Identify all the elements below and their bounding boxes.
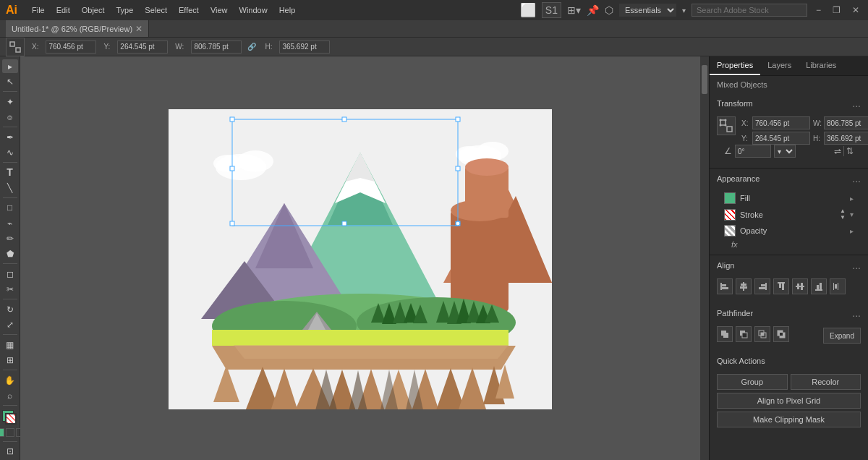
behind-mode[interactable] bbox=[6, 428, 14, 437]
make-clipping-mask-button[interactable]: Make Clipping Mask bbox=[717, 412, 861, 427]
align-top-edge[interactable] bbox=[773, 278, 789, 294]
w-input[interactable] bbox=[191, 41, 242, 54]
hand-tool[interactable]: ✋ bbox=[2, 373, 18, 387]
stroke-dropdown[interactable]: ▾ bbox=[850, 210, 854, 218]
fill-arrow[interactable]: ▸ bbox=[850, 195, 854, 203]
direct-selection-tool[interactable]: ↖ bbox=[2, 74, 18, 88]
menu-view[interactable]: View bbox=[205, 3, 234, 17]
transform-more[interactable]: ··· bbox=[852, 100, 861, 111]
align-left-edge[interactable] bbox=[717, 278, 733, 294]
toolbar-icon-1[interactable]: ⬜ bbox=[520, 2, 536, 18]
svg-rect-71 bbox=[342, 221, 346, 226]
opacity-arrow[interactable]: ▸ bbox=[850, 227, 854, 235]
flip-horizontal-button[interactable]: ⇌ bbox=[834, 146, 841, 156]
artboard-tool[interactable]: ⊞ bbox=[2, 353, 18, 367]
fill-color-swatch[interactable] bbox=[724, 192, 736, 204]
angle-dropdown[interactable]: ▾ bbox=[774, 145, 796, 158]
stroke-stepper[interactable]: ▲ ▼ bbox=[840, 208, 846, 221]
y-transform-input[interactable] bbox=[752, 132, 810, 145]
align-section: Align ··· bbox=[710, 255, 868, 303]
pathfinder-more[interactable]: ··· bbox=[852, 310, 861, 321]
selection-tool[interactable]: ▸ bbox=[2, 59, 18, 73]
angle-input[interactable] bbox=[735, 145, 771, 158]
exclude-button[interactable] bbox=[773, 326, 789, 342]
group-button[interactable]: Group bbox=[717, 374, 788, 390]
minimize-button[interactable]: − bbox=[813, 5, 824, 15]
workspace-selector[interactable]: Essentials bbox=[619, 4, 676, 17]
h-input[interactable] bbox=[279, 41, 330, 54]
menu-object[interactable]: Object bbox=[76, 3, 111, 17]
menu-window[interactable]: Window bbox=[234, 3, 273, 17]
bar-graph-tool[interactable]: ▦ bbox=[2, 338, 18, 352]
magic-wand-tool[interactable]: ✦ bbox=[2, 95, 18, 108]
align-more[interactable]: ··· bbox=[852, 262, 861, 273]
close-button[interactable]: ✕ bbox=[849, 5, 862, 15]
vertical-scrollbar[interactable] bbox=[700, 56, 709, 460]
fill-stroke-control[interactable] bbox=[2, 410, 18, 424]
scale-tool[interactable]: ⤢ bbox=[2, 318, 18, 331]
y-input[interactable] bbox=[117, 41, 168, 54]
svg-rect-40 bbox=[212, 330, 509, 346]
expand-button[interactable]: Expand bbox=[823, 328, 861, 344]
appearance-more[interactable]: ··· bbox=[852, 175, 861, 187]
eraser-tool[interactable]: ◻ bbox=[2, 267, 18, 281]
tab-libraries[interactable]: Libraries bbox=[799, 56, 843, 75]
menu-effect[interactable]: Effect bbox=[173, 3, 205, 17]
document-tab-close[interactable]: ✕ bbox=[135, 24, 142, 34]
align-pixel-grid-button[interactable]: Align to Pixel Grid bbox=[717, 393, 861, 409]
align-bottom-edge[interactable] bbox=[811, 278, 827, 294]
constrain-icon[interactable]: 🔗 bbox=[246, 43, 258, 51]
toolbar-icon-arrow[interactable]: ⬡ bbox=[605, 4, 613, 16]
toolbar-icon-pin[interactable]: 📌 bbox=[587, 4, 599, 16]
fill-row: Fill ▸ bbox=[717, 190, 861, 206]
toolbar-icon-2[interactable]: S1 bbox=[542, 2, 561, 18]
align-center-horizontal[interactable] bbox=[736, 278, 752, 294]
x-transform-input[interactable] bbox=[752, 116, 810, 129]
distribute-left[interactable] bbox=[830, 278, 846, 294]
search-input[interactable] bbox=[692, 4, 807, 17]
pen-tool[interactable]: ✒ bbox=[2, 130, 18, 144]
unite-button[interactable] bbox=[717, 326, 733, 342]
change-screen-mode[interactable]: ⊡ bbox=[2, 445, 18, 459]
menu-file[interactable]: File bbox=[26, 3, 51, 17]
workspace-chevron[interactable]: ▾ bbox=[682, 7, 686, 14]
zoom-tool[interactable]: ⌕ bbox=[2, 388, 18, 402]
scrollbar-thumb[interactable] bbox=[702, 65, 707, 94]
canvas-area[interactable] bbox=[20, 56, 700, 460]
normal-mode[interactable] bbox=[0, 428, 4, 437]
line-tool[interactable]: ╲ bbox=[2, 181, 18, 195]
opacity-swatch[interactable] bbox=[724, 225, 736, 237]
shaper-tool[interactable]: ⬟ bbox=[2, 247, 18, 260]
type-tool[interactable]: T bbox=[2, 166, 18, 179]
pencil-tool[interactable]: ✏ bbox=[2, 231, 18, 245]
transform-icon[interactable] bbox=[6, 38, 25, 56]
x-input[interactable] bbox=[46, 41, 96, 54]
w-transform-input[interactable] bbox=[824, 116, 868, 129]
stroke-swatch[interactable] bbox=[5, 413, 17, 425]
h-transform-input[interactable] bbox=[824, 132, 868, 145]
maximize-button[interactable]: ❐ bbox=[830, 5, 843, 15]
rotate-tool[interactable]: ↻ bbox=[2, 302, 18, 316]
curvature-tool[interactable]: ∿ bbox=[2, 145, 18, 159]
align-right-edge[interactable] bbox=[754, 278, 770, 294]
recolor-button[interactable]: Recolor bbox=[791, 374, 861, 390]
tab-properties[interactable]: Properties bbox=[710, 56, 760, 75]
rectangle-tool[interactable]: □ bbox=[2, 201, 18, 215]
stroke-color-swatch[interactable] bbox=[724, 209, 736, 221]
lasso-tool[interactable]: ⌾ bbox=[2, 110, 18, 124]
document-tab[interactable]: Untitled-1* @ 62% (RGB/Preview) ✕ bbox=[6, 20, 149, 37]
tab-layers[interactable]: Layers bbox=[760, 56, 799, 75]
scissors-tool[interactable]: ✂ bbox=[2, 282, 18, 296]
align-center-vertical[interactable] bbox=[792, 278, 808, 294]
minus-front-button[interactable] bbox=[736, 326, 752, 342]
menu-type[interactable]: Type bbox=[111, 3, 140, 17]
menu-edit[interactable]: Edit bbox=[51, 3, 76, 17]
menu-help[interactable]: Help bbox=[273, 3, 302, 17]
intersect-button[interactable] bbox=[754, 326, 770, 342]
toolbar-icon-grid[interactable]: ⊞▾ bbox=[567, 4, 581, 16]
fx-label[interactable]: fx bbox=[724, 239, 745, 253]
paintbrush-tool[interactable]: ⌁ bbox=[2, 216, 18, 230]
transform-grid-icon[interactable] bbox=[717, 116, 736, 135]
flip-vertical-button[interactable]: ⇅ bbox=[846, 146, 854, 156]
menu-select[interactable]: Select bbox=[139, 3, 173, 17]
